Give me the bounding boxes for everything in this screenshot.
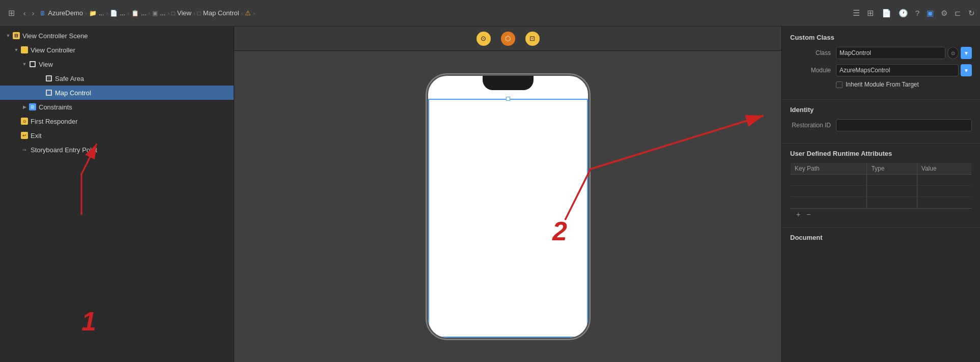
scene-arrow[interactable] — [4, 32, 12, 40]
nav-item-constraints[interactable]: ⊞ Constraints — [0, 100, 234, 114]
bc-file2[interactable]: 📋 ... — [131, 9, 147, 17]
first-responder-label: First Responder — [31, 118, 77, 125]
module-row: Module ▼ — [790, 64, 972, 77]
phone-wrapper — [427, 74, 590, 339]
vc-icon — [20, 46, 29, 54]
menu-icon[interactable]: ☰ — [853, 8, 860, 18]
help-icon[interactable]: ? — [915, 9, 919, 17]
view-icon — [29, 60, 37, 68]
nav-item-safe-area[interactable]: Safe Area — [0, 71, 234, 86]
grid-icon[interactable]: ⊞ — [5, 6, 18, 20]
bc-file1[interactable]: 📄 ... — [110, 9, 125, 17]
vc-label: View Controller — [31, 46, 75, 54]
nav-item-vc[interactable]: View Controller — [0, 43, 234, 57]
bc-file1-icon: 📄 — [110, 10, 118, 17]
safe-area-arrow — [37, 74, 45, 82]
restoration-id-label: Restoration ID — [790, 122, 831, 129]
module-select-row: ▼ — [836, 64, 972, 76]
nav-item-map-control[interactable]: Map Control — [0, 86, 234, 100]
attributes-icon[interactable]: ⚙ — [941, 9, 947, 18]
back-button[interactable]: ‹ — [21, 7, 29, 19]
class-dropdown-btn[interactable]: ▼ — [961, 47, 972, 59]
view-label: View — [39, 61, 53, 68]
map-control-arrow — [37, 89, 45, 97]
col-key-path: Key Path — [791, 163, 867, 175]
refresh-icon[interactable]: ↻ — [968, 9, 975, 18]
constraints-label: Constraints — [39, 103, 72, 111]
canvas-tool-2[interactable]: ⬡ — [501, 32, 515, 46]
table-row-empty-2 — [791, 186, 972, 197]
canvas-area: ⊙ ⬡ ⊡ — [234, 26, 781, 362]
annotation-number-1: 1 — [81, 307, 96, 336]
restoration-id-row: Restoration ID — [790, 119, 972, 132]
col-value: Value — [917, 163, 971, 175]
bc-view2[interactable]: □ View — [172, 9, 191, 17]
exit-arrow — [12, 131, 20, 140]
toolbar: ⊞ ‹ › 🗎 AzureDemo › 📁 ... › 📄 ... › 📋 ..… — [0, 0, 980, 26]
nav-item-entry-point[interactable]: → Storyboard Entry Point — [0, 143, 234, 157]
navigator-panel: ⊟ View Controller Scene View Controller … — [0, 26, 234, 362]
inspector-icon[interactable]: ▣ — [927, 9, 934, 18]
bc-sep7: ‹ — [241, 10, 243, 16]
bc-folder-icon: 📁 — [89, 10, 97, 17]
entry-point-label: Storyboard Entry Point — [31, 146, 97, 154]
canvas-toolbar: ⊙ ⬡ ⊡ — [234, 26, 781, 51]
warning-icon[interactable]: ⚠ — [245, 9, 251, 17]
user-defined-section: User Defined Runtime Attributes Key Path… — [782, 150, 980, 228]
add-attribute-btn[interactable]: + — [794, 211, 802, 218]
forward-button[interactable]: › — [30, 7, 37, 19]
entry-point-arrow — [12, 146, 20, 154]
class-input[interactable] — [836, 47, 945, 59]
nav-item-exit[interactable]: ↩ Exit — [0, 128, 234, 143]
constraints-arrow[interactable] — [20, 103, 29, 111]
new-file-icon[interactable]: 📄 — [882, 9, 891, 18]
class-select-row: ⊙ ▼ — [836, 47, 972, 59]
document-title: Document — [790, 234, 972, 241]
history-icon[interactable]: 🕐 — [899, 9, 908, 18]
annotation-1: 1 — [81, 306, 96, 337]
bc-sep4: › — [149, 10, 151, 16]
map-control-label: Map Control — [55, 89, 91, 97]
phone-container — [234, 51, 781, 362]
module-dropdown-btn[interactable]: ▼ — [961, 64, 972, 76]
exit-icon: ↩ — [20, 131, 29, 140]
bc-view1[interactable]: ▣ ... — [152, 9, 165, 17]
module-input[interactable] — [836, 64, 959, 76]
bc-mapcontrol[interactable]: □ Map Control — [198, 9, 239, 17]
scene-icon: ⊟ — [12, 32, 20, 40]
layers-icon[interactable]: ⊏ — [955, 9, 961, 18]
identity-title: Identity — [790, 106, 972, 114]
table-row-empty-1 — [791, 175, 972, 186]
bc-folder[interactable]: 📁 ... — [89, 9, 104, 17]
class-arrow-btn[interactable]: ⊙ — [947, 47, 959, 59]
module-label: Module — [790, 67, 831, 74]
bc-sep8: › — [253, 10, 255, 16]
runtime-attrs-table: Key Path Type Value — [790, 162, 972, 208]
table-actions: + − — [790, 208, 972, 220]
selection-border — [428, 99, 588, 338]
main-area: ⊟ View Controller Scene View Controller … — [0, 26, 980, 362]
bc-azuredemo[interactable]: 🗎 AzureDemo — [40, 9, 83, 17]
inherit-module-checkbox[interactable] — [836, 81, 843, 88]
add-icon[interactable]: ⊞ — [867, 8, 874, 18]
bc-view1-label: ... — [160, 9, 165, 17]
restoration-id-input[interactable] — [836, 119, 972, 131]
constraints-icon: ⊞ — [29, 103, 37, 111]
remove-attribute-btn[interactable]: − — [804, 211, 813, 218]
scene-label: View Controller Scene — [22, 32, 88, 40]
canvas-tool-1[interactable]: ⊙ — [477, 32, 491, 46]
custom-class-title: Custom Class — [790, 34, 972, 41]
map-control-icon — [45, 89, 53, 97]
canvas-tool-3[interactable]: ⊡ — [525, 32, 540, 46]
nav-item-scene[interactable]: ⊟ View Controller Scene — [0, 29, 234, 43]
bc-map-icon: □ — [198, 10, 201, 17]
vc-arrow[interactable] — [12, 46, 20, 54]
first-responder-icon: ⊙ — [20, 117, 29, 125]
class-label: Class — [790, 49, 831, 57]
bc-azuredemo-label: AzureDemo — [48, 9, 83, 17]
view-arrow[interactable] — [20, 60, 29, 68]
nav-item-first-responder[interactable]: ⊙ First Responder — [0, 114, 234, 128]
toolbar-right-icons: 📄 🕐 ? ▣ ⚙ ⊏ ↻ — [882, 9, 975, 18]
nav-item-view[interactable]: View — [0, 57, 234, 71]
nav-buttons: ‹ › — [21, 7, 37, 19]
